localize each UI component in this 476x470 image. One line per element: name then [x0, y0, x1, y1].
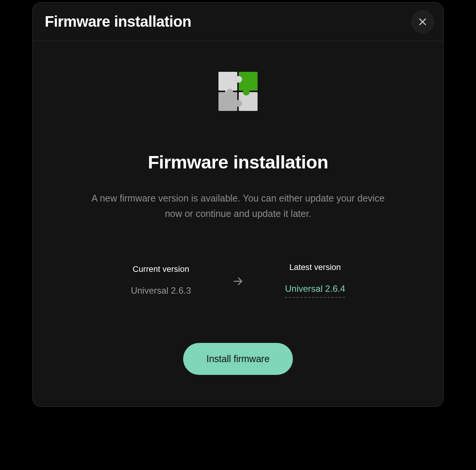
- current-version-label: Current version: [133, 264, 189, 274]
- current-version-block: Current version Universal 2.6.3: [131, 264, 191, 296]
- svg-rect-8: [218, 92, 237, 111]
- current-version-value: Universal 2.6.3: [131, 285, 191, 296]
- latest-version-block: Latest version Universal 2.6.4: [285, 262, 345, 298]
- arrow-right-icon: [232, 276, 244, 287]
- svg-rect-2: [218, 72, 237, 91]
- svg-rect-4: [239, 72, 258, 91]
- svg-point-12: [243, 89, 250, 96]
- svg-rect-10: [239, 92, 258, 111]
- svg-point-7: [235, 76, 242, 83]
- latest-version-label: Latest version: [290, 262, 341, 272]
- firmware-modal: Firmware installation: [32, 2, 444, 407]
- svg-point-9: [226, 89, 233, 96]
- version-compare: Current version Universal 2.6.3 Latest v…: [131, 262, 345, 298]
- install-firmware-button[interactable]: Install firmware: [183, 343, 293, 375]
- modal-header-title: Firmware installation: [45, 13, 191, 30]
- page-subtext: A new firmware version is available. You…: [84, 191, 392, 222]
- svg-point-13: [235, 100, 242, 107]
- puzzle-illustration-icon: [212, 65, 264, 118]
- close-button[interactable]: [411, 10, 434, 33]
- modal-body: Firmware installation A new firmware ver…: [33, 41, 443, 406]
- page-title: Firmware installation: [148, 152, 328, 173]
- latest-version-value: Universal 2.6.4: [285, 284, 345, 298]
- modal-header: Firmware installation: [33, 3, 443, 41]
- close-icon: [418, 17, 427, 27]
